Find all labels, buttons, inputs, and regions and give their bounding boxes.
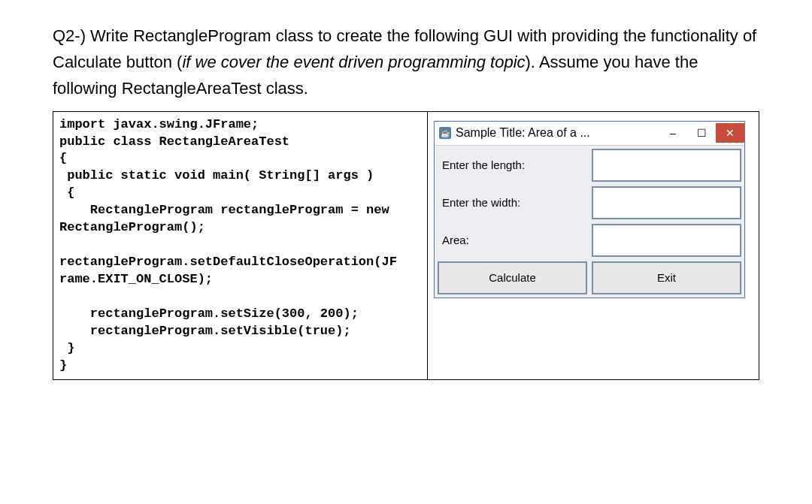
minimize-button[interactable]: – — [659, 123, 687, 143]
maximize-button[interactable]: ☐ — [687, 123, 716, 143]
window-controls: – ☐ ✕ — [659, 123, 744, 143]
question-text: Q2-) Write RectangleProgram class to cre… — [53, 23, 759, 102]
length-label: Enter the length: — [438, 149, 587, 182]
exit-button[interactable]: Exit — [592, 261, 741, 294]
calculate-button[interactable]: Calculate — [438, 261, 587, 294]
area-label: Area: — [438, 224, 587, 257]
area-input[interactable] — [592, 224, 741, 257]
window-title: Sample Title: Area of a ... — [456, 126, 659, 140]
length-input[interactable] — [592, 149, 741, 182]
width-label: Enter the width: — [438, 186, 587, 219]
sample-window: ☕ Sample Title: Area of a ... – ☐ ✕ Ente… — [434, 121, 745, 298]
question-italic: if we cover the event driven programming… — [182, 53, 525, 71]
width-input[interactable] — [592, 186, 741, 219]
form-grid: Enter the length: Enter the width: Area:… — [438, 149, 741, 294]
content-row: import javax.swing.JFrame; public class … — [53, 111, 759, 380]
java-icon: ☕ — [439, 127, 451, 139]
client-area: Enter the length: Enter the width: Area:… — [435, 146, 744, 297]
code-panel: import javax.swing.JFrame; public class … — [53, 112, 428, 379]
gui-panel: ☕ Sample Title: Area of a ... – ☐ ✕ Ente… — [428, 112, 759, 379]
close-button[interactable]: ✕ — [716, 123, 744, 143]
titlebar: ☕ Sample Title: Area of a ... – ☐ ✕ — [435, 122, 744, 146]
